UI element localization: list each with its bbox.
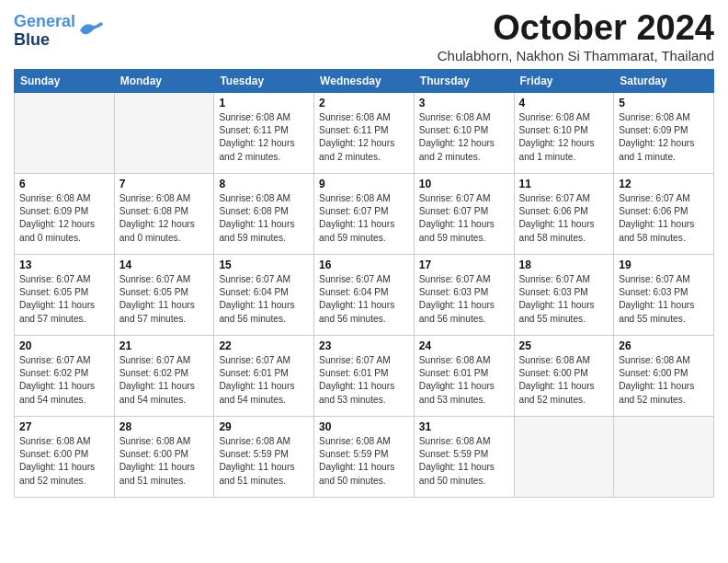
calendar-cell: 12Sunrise: 6:07 AM Sunset: 6:06 PM Dayli… (614, 173, 714, 254)
day-number: 5 (619, 97, 709, 109)
col-tuesday: Tuesday (214, 69, 314, 92)
day-info: Sunrise: 6:08 AM Sunset: 6:00 PM Dayligh… (119, 435, 210, 488)
day-number: 1 (219, 97, 309, 109)
day-number: 28 (119, 420, 210, 433)
day-info: Sunrise: 6:08 AM Sunset: 6:09 PM Dayligh… (619, 111, 709, 164)
col-monday: Monday (114, 69, 214, 92)
calendar-cell: 28Sunrise: 6:08 AM Sunset: 6:00 PM Dayli… (114, 416, 214, 497)
calendar-cell: 25Sunrise: 6:08 AM Sunset: 6:00 PM Dayli… (514, 335, 614, 416)
col-friday: Friday (514, 69, 614, 92)
calendar-week-2: 6Sunrise: 6:08 AM Sunset: 6:09 PM Daylig… (15, 173, 714, 254)
day-number: 2 (319, 97, 409, 109)
calendar-cell (514, 416, 614, 497)
calendar-cell: 20Sunrise: 6:07 AM Sunset: 6:02 PM Dayli… (15, 335, 115, 416)
day-number: 26 (619, 339, 709, 352)
day-info: Sunrise: 6:07 AM Sunset: 6:03 PM Dayligh… (419, 273, 509, 326)
day-info: Sunrise: 6:07 AM Sunset: 6:01 PM Dayligh… (219, 354, 309, 407)
day-info: Sunrise: 6:07 AM Sunset: 6:04 PM Dayligh… (319, 273, 409, 326)
day-info: Sunrise: 6:08 AM Sunset: 6:10 PM Dayligh… (519, 111, 609, 164)
col-wednesday: Wednesday (314, 69, 415, 92)
day-info: Sunrise: 6:07 AM Sunset: 6:03 PM Dayligh… (519, 273, 609, 326)
calendar-cell: 18Sunrise: 6:07 AM Sunset: 6:03 PM Dayli… (514, 254, 614, 335)
day-info: Sunrise: 6:07 AM Sunset: 6:02 PM Dayligh… (119, 354, 210, 407)
calendar-cell: 22Sunrise: 6:07 AM Sunset: 6:01 PM Dayli… (214, 335, 314, 416)
day-number: 29 (219, 420, 309, 433)
day-number: 24 (419, 339, 509, 352)
col-sunday: Sunday (15, 69, 115, 92)
day-info: Sunrise: 6:08 AM Sunset: 6:00 PM Dayligh… (19, 435, 109, 488)
location-subtitle: Chulabhorn, Nakhon Si Thammarat, Thailan… (438, 48, 714, 63)
calendar-week-4: 20Sunrise: 6:07 AM Sunset: 6:02 PM Dayli… (15, 335, 714, 416)
calendar-cell: 5Sunrise: 6:08 AM Sunset: 6:09 PM Daylig… (614, 92, 714, 173)
calendar-cell: 8Sunrise: 6:08 AM Sunset: 6:08 PM Daylig… (214, 173, 314, 254)
day-number: 31 (419, 420, 509, 433)
header-row: Sunday Monday Tuesday Wednesday Thursday… (15, 69, 714, 92)
col-saturday: Saturday (614, 69, 714, 92)
day-number: 9 (319, 178, 409, 190)
day-number: 15 (219, 259, 309, 271)
calendar-cell: 9Sunrise: 6:08 AM Sunset: 6:07 PM Daylig… (314, 173, 415, 254)
month-title: October 2024 (438, 9, 714, 48)
calendar-header: Sunday Monday Tuesday Wednesday Thursday… (15, 69, 714, 92)
page-header: GeneralBlue October 2024 Chulabhorn, Nak… (14, 9, 714, 63)
calendar-cell: 2Sunrise: 6:08 AM Sunset: 6:11 PM Daylig… (314, 92, 415, 173)
day-number: 27 (19, 420, 109, 433)
day-number: 17 (419, 259, 509, 271)
day-number: 22 (219, 339, 309, 352)
day-number: 25 (519, 339, 609, 352)
day-info: Sunrise: 6:07 AM Sunset: 6:05 PM Dayligh… (119, 273, 210, 326)
day-info: Sunrise: 6:07 AM Sunset: 6:01 PM Dayligh… (319, 354, 409, 407)
day-number: 11 (519, 178, 609, 190)
calendar-cell: 16Sunrise: 6:07 AM Sunset: 6:04 PM Dayli… (314, 254, 415, 335)
calendar-cell: 6Sunrise: 6:08 AM Sunset: 6:09 PM Daylig… (15, 173, 115, 254)
calendar-cell: 10Sunrise: 6:07 AM Sunset: 6:07 PM Dayli… (414, 173, 514, 254)
calendar-week-5: 27Sunrise: 6:08 AM Sunset: 6:00 PM Dayli… (15, 416, 714, 497)
calendar-cell: 30Sunrise: 6:08 AM Sunset: 5:59 PM Dayli… (314, 416, 415, 497)
day-number: 16 (319, 259, 409, 271)
day-number: 4 (519, 97, 609, 109)
calendar-cell (15, 92, 115, 173)
day-info: Sunrise: 6:07 AM Sunset: 6:06 PM Dayligh… (519, 192, 609, 245)
calendar-cell: 26Sunrise: 6:08 AM Sunset: 6:00 PM Dayli… (614, 335, 714, 416)
day-number: 14 (119, 259, 210, 271)
day-info: Sunrise: 6:07 AM Sunset: 6:06 PM Dayligh… (619, 192, 709, 245)
day-info: Sunrise: 6:08 AM Sunset: 6:00 PM Dayligh… (619, 354, 709, 407)
calendar-cell (114, 92, 214, 173)
day-info: Sunrise: 6:08 AM Sunset: 6:11 PM Dayligh… (319, 111, 409, 164)
day-number: 20 (19, 339, 109, 352)
calendar-cell: 17Sunrise: 6:07 AM Sunset: 6:03 PM Dayli… (414, 254, 514, 335)
calendar-cell (614, 416, 714, 497)
calendar-cell: 4Sunrise: 6:08 AM Sunset: 6:10 PM Daylig… (514, 92, 614, 173)
calendar-cell: 14Sunrise: 6:07 AM Sunset: 6:05 PM Dayli… (114, 254, 214, 335)
day-info: Sunrise: 6:07 AM Sunset: 6:02 PM Dayligh… (19, 354, 109, 407)
day-number: 7 (119, 178, 210, 190)
calendar-cell: 19Sunrise: 6:07 AM Sunset: 6:03 PM Dayli… (614, 254, 714, 335)
logo: GeneralBlue (14, 13, 104, 50)
day-number: 10 (419, 178, 509, 190)
calendar-cell: 23Sunrise: 6:07 AM Sunset: 6:01 PM Dayli… (314, 335, 415, 416)
day-info: Sunrise: 6:08 AM Sunset: 6:07 PM Dayligh… (319, 192, 409, 245)
calendar-cell: 21Sunrise: 6:07 AM Sunset: 6:02 PM Dayli… (114, 335, 214, 416)
day-number: 3 (419, 97, 509, 109)
calendar-cell: 15Sunrise: 6:07 AM Sunset: 6:04 PM Dayli… (214, 254, 314, 335)
calendar-body: 1Sunrise: 6:08 AM Sunset: 6:11 PM Daylig… (15, 92, 714, 497)
day-info: Sunrise: 6:07 AM Sunset: 6:05 PM Dayligh… (19, 273, 109, 326)
calendar-cell: 7Sunrise: 6:08 AM Sunset: 6:08 PM Daylig… (114, 173, 214, 254)
calendar-week-1: 1Sunrise: 6:08 AM Sunset: 6:11 PM Daylig… (15, 92, 714, 173)
day-info: Sunrise: 6:08 AM Sunset: 6:01 PM Dayligh… (419, 354, 509, 407)
day-info: Sunrise: 6:08 AM Sunset: 6:00 PM Dayligh… (519, 354, 609, 407)
day-info: Sunrise: 6:08 AM Sunset: 6:09 PM Dayligh… (19, 192, 109, 245)
calendar-cell: 11Sunrise: 6:07 AM Sunset: 6:06 PM Dayli… (514, 173, 614, 254)
calendar-cell: 13Sunrise: 6:07 AM Sunset: 6:05 PM Dayli… (15, 254, 115, 335)
calendar-cell: 29Sunrise: 6:08 AM Sunset: 5:59 PM Dayli… (214, 416, 314, 497)
day-info: Sunrise: 6:08 AM Sunset: 6:08 PM Dayligh… (219, 192, 309, 245)
day-number: 30 (319, 420, 409, 433)
calendar-cell: 27Sunrise: 6:08 AM Sunset: 6:00 PM Dayli… (15, 416, 115, 497)
day-info: Sunrise: 6:08 AM Sunset: 5:59 PM Dayligh… (219, 435, 309, 488)
day-number: 8 (219, 178, 309, 190)
calendar-week-3: 13Sunrise: 6:07 AM Sunset: 6:05 PM Dayli… (15, 254, 714, 335)
day-info: Sunrise: 6:08 AM Sunset: 6:11 PM Dayligh… (219, 111, 309, 164)
day-info: Sunrise: 6:08 AM Sunset: 5:59 PM Dayligh… (319, 435, 409, 488)
day-number: 21 (119, 339, 210, 352)
calendar-cell: 31Sunrise: 6:08 AM Sunset: 5:59 PM Dayli… (414, 416, 514, 497)
